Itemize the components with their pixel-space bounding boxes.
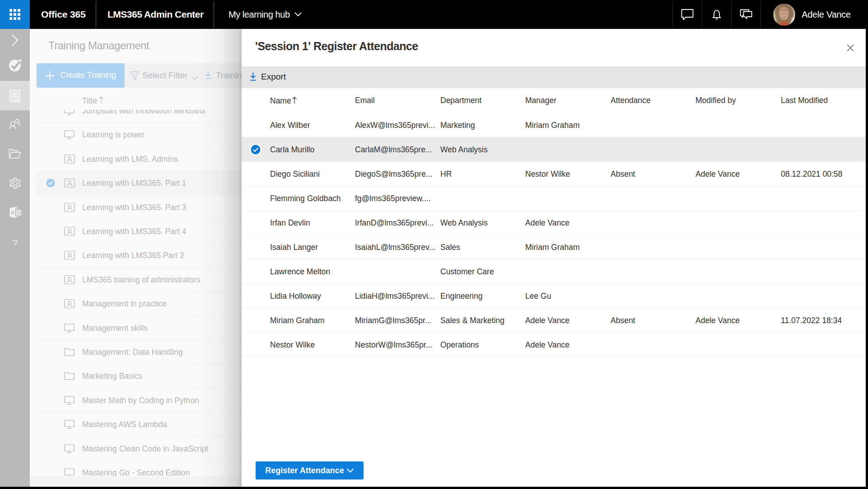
svg-text:A: A [10, 209, 15, 216]
